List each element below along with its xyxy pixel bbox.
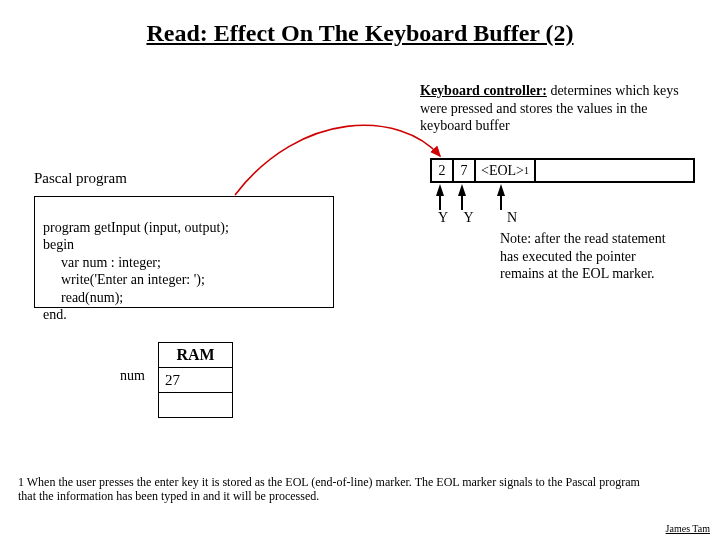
pascal-code-box: program getInput (input, output); begin … bbox=[34, 196, 334, 308]
ram-empty-cell bbox=[159, 393, 233, 418]
slide-title: Read: Effect On The Keyboard Buffer (2) bbox=[0, 20, 720, 47]
author-credit: James Tam bbox=[666, 523, 710, 534]
code-line: write('Enter an integer: '); bbox=[43, 271, 325, 289]
arrow-stem bbox=[500, 196, 502, 210]
ram-row-label: num bbox=[120, 368, 145, 384]
buffer-cell-2: 7 bbox=[454, 160, 476, 181]
flag-n: N bbox=[507, 210, 517, 226]
footnote-text: 1 When the user presses the enter key it… bbox=[18, 475, 648, 504]
keyboard-controller-label: Keyboard controller: bbox=[420, 83, 547, 98]
read-flags-row: Y Y N bbox=[438, 210, 517, 226]
eol-super: 1 bbox=[524, 165, 529, 176]
code-line: var num : integer; bbox=[43, 254, 325, 272]
keyboard-controller-text: Keyboard controller: determines which ke… bbox=[420, 82, 680, 135]
buffer-cell-1: 2 bbox=[432, 160, 454, 181]
code-line: end. bbox=[43, 307, 67, 322]
ram-value-cell: 27 bbox=[159, 368, 233, 393]
code-line: program getInput (input, output); bbox=[43, 220, 229, 235]
pascal-program-label: Pascal program bbox=[34, 170, 127, 187]
eol-text: <EOL> bbox=[481, 163, 524, 179]
ram-table: RAM 27 bbox=[158, 342, 233, 418]
flag-y1: Y bbox=[438, 210, 460, 226]
arrow-icon bbox=[497, 184, 505, 196]
note-text: Note: after the read statement has execu… bbox=[500, 230, 680, 283]
buffer-cell-eol: <EOL>1 bbox=[476, 160, 536, 181]
arrow-icon bbox=[458, 184, 466, 196]
arrow-stem bbox=[461, 196, 463, 210]
code-line: begin bbox=[43, 237, 74, 252]
arrow-icon bbox=[436, 184, 444, 196]
buffer-remainder bbox=[536, 160, 693, 181]
ram-header: RAM bbox=[159, 343, 233, 368]
arrow-stem bbox=[439, 196, 441, 210]
code-line: read(num); bbox=[43, 289, 325, 307]
keyboard-buffer: 2 7 <EOL>1 bbox=[430, 158, 695, 183]
flag-y2: Y bbox=[464, 210, 504, 226]
